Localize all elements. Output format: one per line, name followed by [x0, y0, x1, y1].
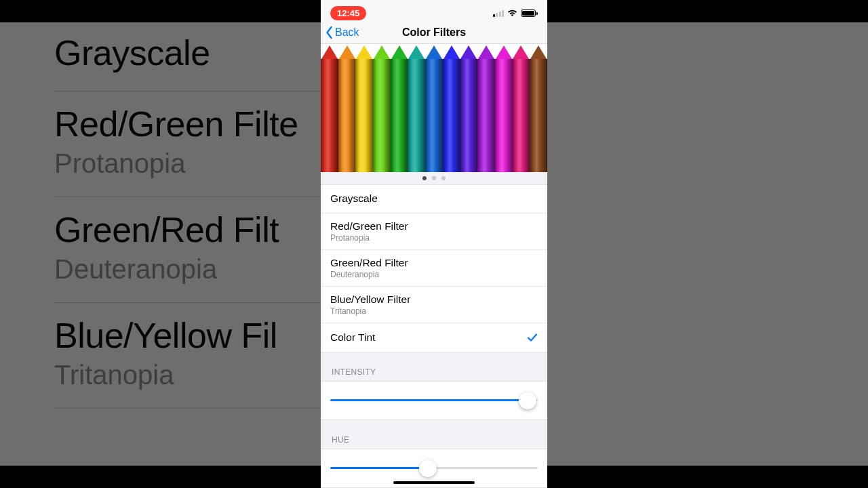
filter-option-grayscale[interactable]: Grayscale: [321, 185, 547, 214]
page-dot[interactable]: [422, 176, 427, 180]
pencil: [321, 44, 338, 172]
pencil: [373, 44, 391, 172]
status-bar: 12:45: [321, 0, 547, 22]
option-sublabel: Protanopia: [330, 233, 408, 243]
option-label: Red/Green Filter: [330, 220, 408, 232]
pencil: [425, 44, 443, 172]
pencil: [355, 44, 373, 172]
wifi-icon: [507, 9, 517, 17]
pencil: [477, 44, 495, 172]
page-dot[interactable]: [432, 176, 436, 180]
pencil: [391, 44, 408, 172]
option-label: Blue/Yellow Filter: [330, 293, 410, 306]
option-label: Color Tint: [330, 331, 375, 344]
back-button-label: Back: [335, 26, 359, 39]
filter-option-blue-yellow-filter[interactable]: Blue/Yellow FilterTritanopia: [321, 287, 547, 323]
option-label: Green/Red Filter: [330, 257, 408, 269]
intensity-slider-row: [321, 381, 547, 420]
home-indicator[interactable]: [393, 481, 475, 485]
recording-time-pill[interactable]: 12:45: [330, 6, 366, 20]
navigation-bar: Back Color Filters: [321, 22, 547, 44]
filter-option-red-green-filter[interactable]: Red/Green FilterProtanopia: [321, 214, 547, 250]
intensity-header: Intensity: [321, 352, 547, 381]
color-preview-pencils[interactable]: [321, 44, 547, 172]
option-label: Grayscale: [330, 192, 378, 205]
filter-option-green-red-filter[interactable]: Green/Red FilterDeuteranopia: [321, 250, 547, 287]
page-indicator[interactable]: [321, 172, 547, 184]
battery-icon: [521, 9, 538, 17]
pencil: [530, 44, 547, 172]
intensity-slider[interactable]: [330, 391, 538, 410]
pencil: [408, 44, 425, 172]
phone-frame: 12:45 Back Color Filters GrayscaleRed/Gr…: [321, 0, 547, 488]
pencil: [513, 44, 530, 172]
filter-option-list: GrayscaleRed/Green FilterProtanopiaGreen…: [321, 184, 547, 352]
checkmark-icon: [527, 332, 538, 343]
pencil: [338, 44, 356, 172]
hue-slider-thumb[interactable]: [419, 460, 437, 477]
pencil: [495, 44, 513, 172]
pencil: [460, 44, 478, 172]
filter-option-color-tint[interactable]: Color Tint: [321, 323, 547, 352]
back-button[interactable]: Back: [321, 26, 359, 39]
option-sublabel: Tritanopia: [330, 306, 410, 316]
pencil: [443, 44, 460, 172]
chevron-left-icon: [325, 26, 334, 39]
intensity-slider-thumb[interactable]: [519, 392, 536, 409]
hue-header: Hue: [321, 420, 547, 449]
hue-slider[interactable]: [330, 459, 538, 478]
page-dot[interactable]: [441, 176, 446, 180]
option-sublabel: Deuteranopia: [330, 270, 408, 279]
cellular-signal-icon: [493, 10, 505, 17]
